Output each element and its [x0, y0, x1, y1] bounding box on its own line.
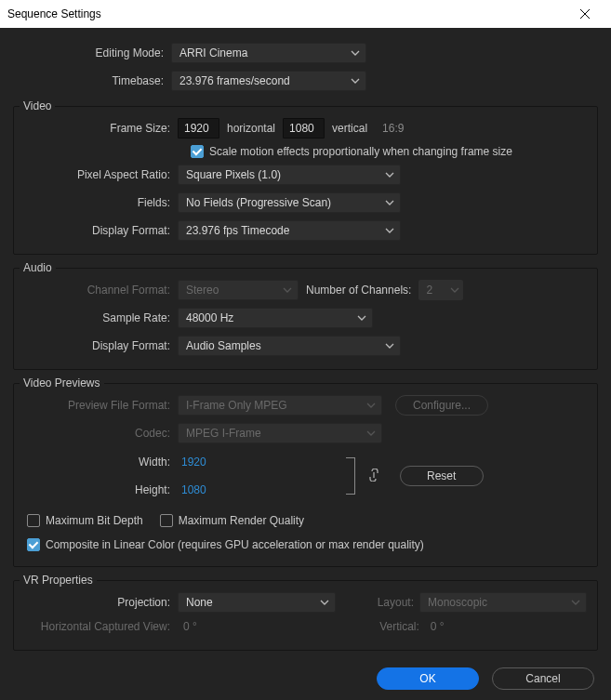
preview-file-format-select: I-Frame Only MPEG: [178, 395, 382, 416]
preview-height-label: Height:: [20, 483, 178, 496]
sample-rate-label: Sample Rate:: [20, 311, 178, 324]
editing-mode-label: Editing Mode:: [13, 46, 171, 59]
cancel-button[interactable]: Cancel: [492, 667, 594, 690]
editing-mode-select[interactable]: ARRI Cinema: [171, 43, 366, 63]
fields-label: Fields:: [20, 196, 178, 209]
audio-display-format-label: Display Format:: [20, 339, 178, 352]
video-previews-group: Video Previews Preview File Format: I-Fr…: [13, 383, 598, 567]
chevron-down-icon: [351, 48, 360, 58]
fields-value: No Fields (Progressive Scan): [186, 196, 331, 209]
frame-size-label: Frame Size:: [20, 122, 178, 135]
preview-height-value[interactable]: 1080: [178, 482, 210, 498]
timebase-label: Timebase:: [13, 74, 171, 87]
chevron-down-icon: [357, 313, 366, 323]
horizontal-label: horizontal: [227, 122, 275, 135]
max-render-quality-checkbox[interactable]: [160, 514, 173, 527]
aspect-ratio-text: 16:9: [382, 122, 404, 135]
editing-mode-value: ARRI Cinema: [179, 46, 247, 59]
vr-group: VR Properties Projection: None Layout: M…: [13, 580, 598, 651]
chevron-down-icon: [366, 401, 376, 410]
preview-file-format-value: I-Frame Only MPEG: [186, 399, 287, 412]
composite-linear-label: Composite in Linear Color (requires GPU …: [46, 538, 424, 551]
channel-format-value: Stereo: [186, 284, 219, 297]
codec-value: MPEG I-Frame: [186, 427, 261, 440]
audio-group-title: Audio: [20, 261, 56, 274]
par-label: Pixel Aspect Ratio:: [20, 168, 178, 181]
preview-file-format-label: Preview File Format:: [20, 399, 178, 412]
preview-width-value[interactable]: 1920: [178, 454, 210, 470]
hcv-label: Horizontal Captured View:: [20, 620, 178, 633]
video-display-format-select[interactable]: 23.976 fps Timecode: [178, 220, 401, 241]
chevron-down-icon: [351, 76, 360, 86]
codec-label: Codec:: [20, 427, 178, 440]
max-bit-depth-label: Maximum Bit Depth: [46, 514, 143, 527]
projection-select[interactable]: None: [178, 592, 336, 613]
audio-group: Audio Channel Format: Stereo Number of C…: [13, 268, 598, 370]
close-icon: [580, 7, 590, 21]
projection-label: Projection:: [20, 596, 178, 609]
channel-format-select: Stereo: [178, 280, 299, 300]
close-button[interactable]: [566, 0, 604, 28]
chevron-down-icon: [385, 198, 394, 207]
max-render-quality-label: Maximum Render Quality: [179, 514, 304, 527]
projection-value: None: [186, 596, 213, 609]
dialog-footer: OK Cancel: [0, 651, 611, 700]
sample-rate-value: 48000 Hz: [186, 311, 233, 324]
num-channels-value: 2: [426, 284, 432, 297]
par-value: Square Pixels (1.0): [186, 168, 281, 181]
chevron-down-icon: [283, 285, 292, 295]
hcv-value: 0 °: [183, 620, 197, 633]
audio-display-format-select[interactable]: Audio Samples: [178, 336, 401, 356]
video-previews-title: Video Previews: [20, 376, 104, 390]
sequence-settings-dialog: Sequence Settings Editing Mode: ARRI Cin…: [0, 0, 611, 700]
titlebar: Sequence Settings: [0, 0, 611, 28]
chevron-down-icon: [450, 285, 459, 295]
vr-vertical-value: 0 °: [431, 620, 445, 633]
scale-motion-label: Scale motion effects proportionally when…: [209, 145, 512, 158]
layout-label: Layout:: [373, 596, 419, 609]
channel-format-label: Channel Format:: [20, 284, 178, 297]
frame-width-input[interactable]: 1920: [178, 118, 219, 139]
ok-button[interactable]: OK: [377, 667, 479, 690]
chevron-down-icon: [385, 341, 394, 350]
chevron-down-icon: [385, 226, 394, 235]
layout-select: Monoscopic: [419, 592, 587, 613]
layout-value: Monoscopic: [428, 596, 487, 609]
codec-select: MPEG I-Frame: [178, 423, 382, 443]
dialog-title: Sequence Settings: [7, 7, 101, 20]
link-bracket-icon: [346, 457, 355, 495]
composite-linear-checkbox[interactable]: [27, 538, 40, 551]
video-display-format-value: 23.976 fps Timecode: [186, 224, 289, 237]
sample-rate-select[interactable]: 48000 Hz: [178, 308, 373, 328]
video-display-format-label: Display Format:: [20, 224, 178, 237]
reset-button[interactable]: Reset: [400, 466, 484, 486]
num-channels-label: Number of Channels:: [306, 284, 411, 297]
fields-select[interactable]: No Fields (Progressive Scan): [178, 192, 401, 213]
vertical-label: vertical: [332, 122, 367, 135]
video-group-title: Video: [20, 99, 55, 112]
num-channels-select: 2: [418, 280, 463, 300]
frame-height-input[interactable]: 1080: [283, 118, 325, 139]
chevron-down-icon: [366, 429, 376, 438]
chevron-down-icon: [571, 598, 580, 607]
vr-vertical-label: Vertical:: [379, 620, 425, 633]
chevron-down-icon: [320, 598, 329, 607]
par-select[interactable]: Square Pixels (1.0): [178, 165, 401, 185]
video-group: Video Frame Size: 1920 horizontal 1080 v…: [13, 106, 598, 255]
preview-width-label: Width:: [20, 456, 178, 469]
scale-motion-checkbox[interactable]: [191, 145, 204, 158]
vr-group-title: VR Properties: [20, 574, 97, 587]
timebase-value: 23.976 frames/second: [179, 74, 290, 87]
max-bit-depth-checkbox[interactable]: [27, 514, 40, 527]
configure-button: Configure...: [395, 395, 488, 416]
audio-display-format-value: Audio Samples: [186, 339, 261, 352]
link-icon[interactable]: [368, 469, 379, 484]
chevron-down-icon: [385, 170, 394, 179]
timebase-select[interactable]: 23.976 frames/second: [171, 71, 366, 91]
